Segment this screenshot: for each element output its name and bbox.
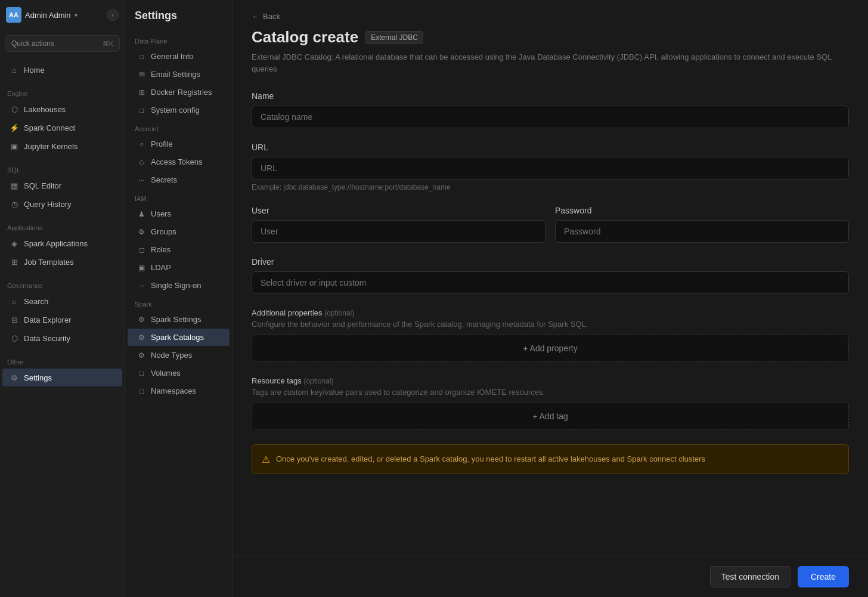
volumes-icon: □ — [137, 369, 146, 378]
system-config-icon: □ — [137, 106, 146, 115]
jupyter-kernels-icon: ▣ — [10, 141, 19, 151]
back-arrow-icon: ← — [252, 12, 259, 21]
add-property-button[interactable]: + Add property — [252, 335, 849, 362]
sidebar-item-jupyter-kernels[interactable]: ▣ Jupyter Kernels — [2, 137, 122, 155]
additional-props-label: Additional properties (optional) — [252, 308, 849, 317]
add-tag-button[interactable]: + Add tag — [252, 403, 849, 430]
sidebar-section-sql: SQL ▦ SQL Editor ◷ Query History — [0, 159, 125, 217]
sidebar-item-label: Spark Connect — [24, 123, 75, 132]
settings-item-ldap[interactable]: ▣ LDAP — [128, 259, 230, 276]
sidebar-section-home: ⌂ Home — [0, 57, 125, 83]
settings-item-system-config[interactable]: □ System config — [128, 101, 230, 119]
settings-item-spark-settings[interactable]: ⚙ Spark Settings — [128, 311, 230, 328]
sidebar-item-lakehouses[interactable]: ⬡ Lakehouses — [2, 100, 122, 118]
spark-catalogs-icon: ⚙ — [137, 333, 146, 342]
quick-actions-button[interactable]: Quick actions ⌘K — [5, 35, 120, 52]
scrollable-main: ← Back Catalog create External JDBC Exte… — [232, 0, 868, 556]
settings-item-label: LDAP — [151, 263, 171, 272]
back-label: Back — [263, 12, 280, 21]
settings-item-label: Node Types — [151, 351, 192, 360]
settings-item-label: Profile — [151, 140, 173, 149]
sidebar-item-sql-editor[interactable]: ▦ SQL Editor — [2, 177, 122, 194]
settings-item-label: Access Tokens — [151, 157, 202, 166]
driver-input[interactable] — [252, 271, 849, 294]
applications-section-label: Applications — [0, 221, 125, 234]
sidebar-item-home[interactable]: ⌂ Home — [2, 61, 122, 79]
profile-icon: ○ — [137, 140, 146, 149]
settings-item-label: Volumes — [151, 369, 181, 378]
sidebar-item-settings[interactable]: ⚙ Settings — [2, 369, 122, 386]
user-input[interactable] — [252, 220, 545, 243]
settings-iam-label: IAM — [125, 189, 232, 205]
docker-registries-icon: ⊞ — [137, 88, 146, 97]
settings-item-email-settings[interactable]: ✉ Email Settings — [128, 66, 230, 83]
settings-account-label: Account — [125, 119, 232, 135]
sidebar-item-job-templates[interactable]: ⊞ Job Templates — [2, 253, 122, 271]
warning-banner: ⚠ Once you've created, edited, or delete… — [252, 444, 849, 474]
access-tokens-icon: ◇ — [137, 157, 146, 166]
ldap-icon: ▣ — [137, 263, 146, 272]
job-templates-icon: ⊞ — [10, 257, 19, 267]
settings-item-docker-registries[interactable]: ⊞ Docker Registries — [128, 83, 230, 101]
sidebar-item-data-security[interactable]: ⬡ Data Security — [2, 329, 122, 347]
sidebar-item-search[interactable]: ⌕ Search — [2, 292, 122, 310]
settings-item-label: Users — [151, 209, 171, 218]
warning-text: Once you've created, edited, or deleted … — [276, 453, 705, 465]
spark-connect-icon: ⚡ — [10, 123, 19, 132]
create-button[interactable]: Create — [798, 566, 849, 587]
sidebar-section-engine: Engine ⬡ Lakehouses ⚡ Spark Connect ▣ Ju… — [0, 83, 125, 159]
settings-spark-label: Spark — [125, 295, 232, 310]
settings-item-users[interactable]: ♟ Users — [128, 205, 230, 222]
settings-item-roles[interactable]: ◻ Roles — [128, 241, 230, 258]
namespaces-icon: □ — [137, 386, 146, 395]
data-security-icon: ⬡ — [10, 333, 19, 343]
settings-item-label: Groups — [151, 227, 176, 236]
sidebar-item-query-history[interactable]: ◷ Query History — [2, 195, 122, 213]
users-icon: ♟ — [137, 209, 146, 218]
collapse-sidebar-button[interactable]: ‹ — [107, 9, 119, 21]
settings-item-single-sign-on[interactable]: → Single Sign-on — [128, 277, 230, 294]
sidebar-item-label: Job Templates — [24, 258, 74, 267]
back-button[interactable]: ← Back — [252, 12, 849, 21]
sql-editor-icon: ▦ — [10, 181, 19, 190]
settings-item-volumes[interactable]: □ Volumes — [128, 364, 230, 382]
sidebar-section-governance: Governance ⌕ Search ⊟ Data Explorer ⬡ Da… — [0, 275, 125, 351]
url-input[interactable] — [252, 157, 849, 180]
settings-item-access-tokens[interactable]: ◇ Access Tokens — [128, 153, 230, 171]
page-title: Catalog create — [252, 28, 358, 47]
settings-item-general-info[interactable]: □ General Info — [128, 48, 230, 65]
query-history-icon: ◷ — [10, 199, 19, 209]
sidebar-item-spark-connect[interactable]: ⚡ Spark Connect — [2, 119, 122, 137]
user-field-section: User — [252, 206, 545, 243]
settings-item-profile[interactable]: ○ Profile — [128, 135, 230, 153]
additional-props-section: Additional properties (optional) Configu… — [252, 308, 849, 362]
spark-settings-icon: ⚙ — [137, 315, 146, 324]
name-input[interactable] — [252, 106, 849, 128]
main-content: ← Back Catalog create External JDBC Exte… — [232, 0, 868, 500]
sidebar-item-spark-applications[interactable]: ◈ Spark Applications — [2, 234, 122, 252]
test-connection-button[interactable]: Test connection — [710, 566, 790, 587]
password-input[interactable] — [555, 220, 849, 243]
driver-label: Driver — [252, 257, 849, 267]
name-label: Name — [252, 91, 849, 101]
user-menu[interactable]: AA Admin Admin ▾ — [6, 7, 78, 23]
settings-item-secrets[interactable]: ··· Secrets — [128, 171, 230, 188]
lakehouses-icon: ⬡ — [10, 104, 19, 114]
additional-props-desc: Configure the behavior and performance o… — [252, 320, 849, 329]
settings-item-label: Spark Catalogs — [151, 333, 204, 342]
settings-item-namespaces[interactable]: □ Namespaces — [128, 382, 230, 400]
footer-actions: Test connection Create — [232, 556, 868, 597]
settings-item-label: Namespaces — [151, 386, 196, 395]
secrets-icon: ··· — [137, 175, 146, 184]
engine-section-label: Engine — [0, 86, 125, 100]
settings-item-node-types[interactable]: ⚙ Node Types — [128, 347, 230, 364]
sidebar-header: AA Admin Admin ▾ ‹ — [0, 0, 125, 30]
sidebar-item-data-explorer[interactable]: ⊟ Data Explorer — [2, 311, 122, 329]
settings-item-spark-catalogs[interactable]: ⚙ Spark Catalogs — [128, 329, 230, 346]
settings-item-label: General Info — [151, 52, 194, 61]
sidebar-section-other: Other ⚙ Settings — [0, 351, 125, 391]
settings-item-groups[interactable]: ⚙ Groups — [128, 223, 230, 240]
sidebar-item-label: SQL Editor — [24, 181, 61, 190]
password-label: Password — [555, 206, 849, 215]
quick-actions-label: Quick actions — [11, 39, 54, 48]
